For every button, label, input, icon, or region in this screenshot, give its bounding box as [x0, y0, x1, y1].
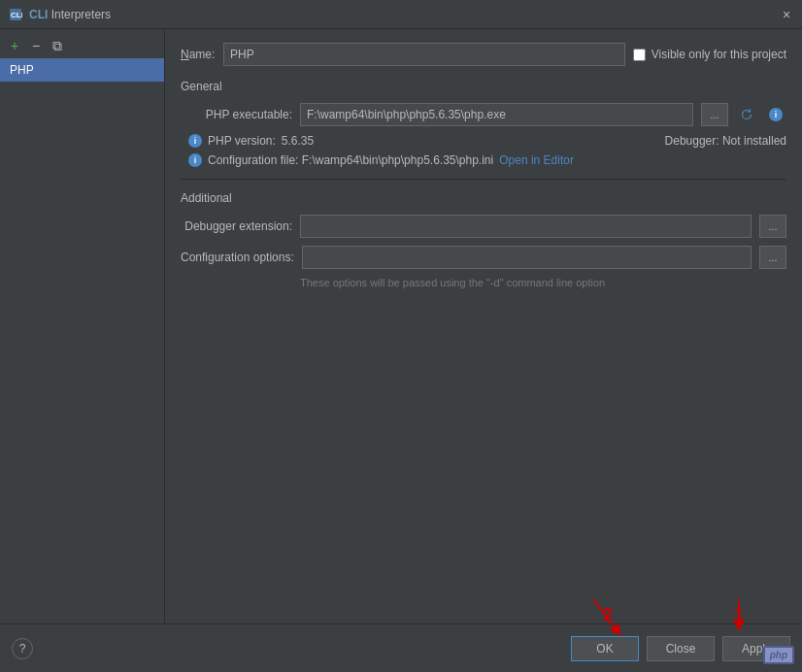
sidebar-item-php[interactable]: PHP	[0, 58, 164, 82]
info-icon[interactable]: i	[765, 104, 786, 125]
php-version-info-icon: i	[188, 134, 202, 148]
sidebar: + − ⧉ PHP	[0, 29, 165, 623]
config-options-input[interactable]	[302, 246, 752, 269]
config-file-row: i Configuration file: F:\wamp64\bin\php\…	[188, 153, 786, 167]
close-dialog-button[interactable]: Close	[647, 636, 715, 661]
copy-interpreter-button[interactable]: ⧉	[49, 37, 66, 54]
info-circle-icon: i	[769, 108, 783, 121]
config-options-browse-button[interactable]: ...	[759, 246, 786, 269]
content-area: Name: Visible only for this project Gene…	[165, 29, 802, 623]
debugger-extension-row: Debugger extension: ...	[181, 215, 786, 238]
php-executable-input[interactable]	[300, 103, 693, 126]
config-options-row: Configuration options: ...	[181, 246, 786, 269]
debugger-extension-browse-button[interactable]: ...	[759, 215, 786, 238]
config-options-hint: These options will be passed using the "…	[300, 277, 786, 288]
debugger-extension-input[interactable]	[300, 215, 752, 238]
visible-checkbox-area: Visible only for this project	[633, 48, 786, 61]
name-row: Name: Visible only for this project	[181, 43, 786, 66]
title-bar-text: CLI Interpreters	[29, 8, 779, 21]
title-bar: CLI CLI Interpreters ×	[0, 0, 802, 29]
config-file-info-icon: i	[188, 153, 202, 167]
php-executable-row: PHP executable: ... i	[181, 103, 786, 126]
bottom-bar: ? 2 1 OK Close Apply php	[0, 623, 802, 672]
name-input[interactable]	[223, 43, 625, 66]
sidebar-toolbar: + − ⧉	[0, 33, 164, 58]
php-executable-browse-button[interactable]: ...	[701, 103, 728, 126]
close-button[interactable]: ×	[779, 7, 794, 22]
debugger-status: Debugger: Not installed	[665, 134, 786, 148]
php-version-row: i PHP version: 5.6.35 Debugger: Not inst…	[188, 134, 786, 148]
title-bar-icon: CLI	[8, 7, 23, 22]
annotation-2: 2	[603, 605, 613, 625]
open-editor-link[interactable]: Open in Editor	[499, 153, 574, 167]
php-version-label: PHP version:	[208, 134, 276, 148]
debugger-extension-label: Debugger extension:	[181, 219, 292, 233]
refresh-icon[interactable]	[736, 104, 757, 125]
visible-only-checkbox[interactable]	[633, 49, 646, 61]
general-heading: General	[181, 80, 786, 93]
svg-text:CLI: CLI	[11, 11, 22, 19]
remove-interpreter-button[interactable]: −	[27, 37, 45, 54]
config-file-text: Configuration file: F:\wamp64\bin\php\ph…	[208, 153, 493, 167]
ok-button[interactable]: OK	[571, 636, 639, 661]
php-badge: php	[763, 646, 794, 664]
additional-heading: Additional	[181, 191, 786, 205]
separator	[181, 179, 786, 180]
add-interpreter-button[interactable]: +	[6, 37, 23, 54]
php-version-value: 5.6.35	[282, 134, 314, 148]
annotation-1: 1	[734, 605, 744, 625]
name-label: Name:	[181, 48, 216, 61]
dialog-body: + − ⧉ PHP Name: Visible only for this pr…	[0, 29, 802, 623]
config-options-label: Configuration options:	[181, 251, 294, 264]
help-button[interactable]: ?	[12, 638, 33, 659]
php-executable-label: PHP executable:	[181, 108, 292, 121]
visible-only-label: Visible only for this project	[652, 48, 786, 61]
